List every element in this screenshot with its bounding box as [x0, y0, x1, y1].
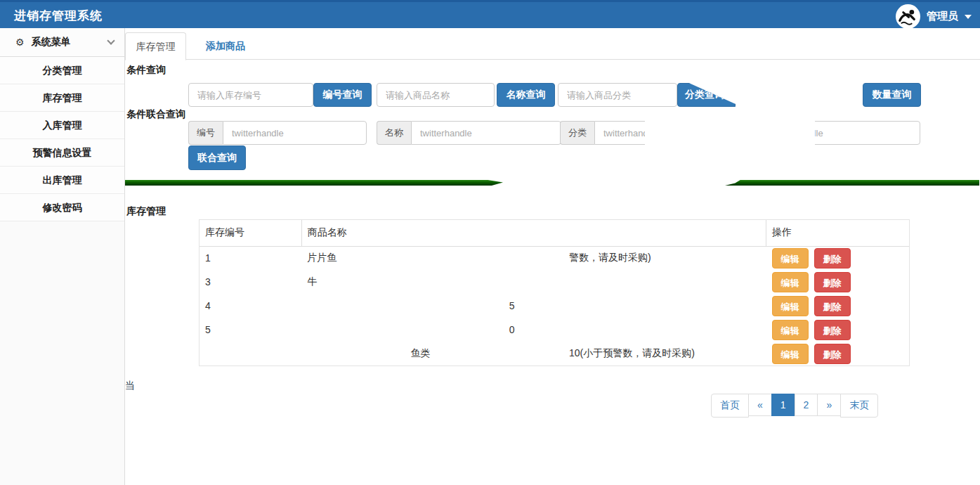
cell-quantity: [504, 270, 563, 294]
combined-query-label: 条件联合查询: [126, 108, 185, 121]
column-header-1: 商品名称: [301, 220, 405, 246]
green-bar-right: [725, 180, 979, 186]
page-item-«[interactable]: «: [748, 394, 772, 416]
cell-category: [405, 294, 504, 318]
edit-button[interactable]: 编辑: [772, 272, 809, 292]
green-bar-left: [125, 180, 503, 186]
combined-name-input[interactable]: [411, 121, 561, 145]
combined-group-name: 名称: [377, 121, 561, 145]
cell-warning: 10(小于预警数，请及时采购): [563, 342, 766, 366]
app-title: 进销存管理系统: [14, 8, 103, 24]
table-row: 1片片鱼警数，请及时采购)编辑删除: [200, 246, 909, 270]
combined-id-input[interactable]: [223, 121, 367, 145]
combined-query-button[interactable]: 联合查询: [188, 146, 246, 170]
column-header-0: 库存编号: [200, 220, 301, 246]
tab-inventory[interactable]: 库存管理: [125, 32, 186, 60]
table-row: 3牛编辑删除: [200, 270, 909, 294]
delete-button[interactable]: 删除: [814, 248, 851, 269]
sidebar-items: 分类管理库存管理入库管理预警信息设置出库管理修改密码: [0, 57, 124, 221]
cell-name: 片片鱼: [301, 246, 405, 270]
column-header-3: [504, 220, 563, 246]
sidebar-item-0[interactable]: 分类管理: [0, 57, 124, 84]
table-row: 50编辑删除: [200, 318, 909, 342]
caret-down-icon: [965, 15, 972, 19]
sidebar-item-3[interactable]: 预警信息设置: [0, 139, 124, 167]
main-content: 库存管理 添加商品 条件查询 编号查询 名称查询 分类查询 数量查询 条件联合查…: [125, 28, 980, 485]
whiteout-overlay: [645, 111, 815, 176]
cell-quantity: 0: [504, 318, 563, 342]
quantity-query-button[interactable]: 数量查询: [863, 83, 921, 107]
cell-name: [301, 318, 405, 342]
cell-category: [405, 246, 504, 270]
app-root: 进销存管理系统 管理员 ⚙ 系统菜单 分类管理库存管理入库管理预警信息设置出库管…: [0, 0, 980, 485]
condition-query-label: 条件查询: [126, 64, 166, 77]
cell-actions: 编辑删除: [766, 294, 909, 318]
cell-warning: [563, 294, 766, 318]
edit-button[interactable]: 编辑: [772, 320, 809, 340]
column-header-4: [563, 220, 766, 246]
cell-quantity: [504, 342, 563, 366]
swimmer-icon: [896, 4, 920, 29]
cell-actions: 编辑删除: [766, 318, 909, 342]
top-header: 进销存管理系统 管理员: [0, 0, 980, 28]
gear-icon: ⚙: [15, 37, 25, 48]
cell-id: [200, 342, 301, 366]
cell-category: [405, 270, 504, 294]
cell-id: 1: [200, 246, 301, 270]
edit-button[interactable]: 编辑: [772, 344, 809, 364]
user-menu[interactable]: 管理员: [896, 2, 972, 30]
sidebar-menu-header[interactable]: ⚙ 系统菜单: [0, 28, 124, 57]
inventory-table: 库存编号商品名称操作 1片片鱼警数，请及时采购)编辑删除3牛编辑删除45编辑删除…: [199, 219, 910, 366]
category-addon-label: 分类: [560, 121, 594, 145]
sidebar: ⚙ 系统菜单 分类管理库存管理入库管理预警信息设置出库管理修改密码: [0, 28, 125, 485]
cell-id: 4: [200, 294, 301, 318]
delete-button[interactable]: 删除: [814, 296, 851, 316]
page-info-text: 当: [125, 380, 135, 392]
page-item-首页[interactable]: 首页: [711, 394, 749, 418]
sidebar-item-2[interactable]: 入库管理: [0, 112, 124, 139]
sidebar-menu-title: 系统菜单: [32, 36, 71, 48]
cell-id: 3: [200, 270, 301, 294]
cell-category: [405, 318, 504, 342]
delete-button[interactable]: 删除: [814, 320, 851, 340]
category-query-button[interactable]: 分类查询: [677, 83, 736, 107]
tab-strip: 库存管理 添加商品: [125, 32, 980, 60]
pagination: 首页«12»末页: [711, 394, 878, 418]
page-item-»[interactable]: »: [817, 394, 841, 416]
cell-name: 牛: [301, 270, 405, 294]
sidebar-item-4[interactable]: 出库管理: [0, 167, 124, 194]
cell-name: [301, 294, 405, 318]
id-addon-label: 编号: [188, 121, 223, 145]
cell-actions: 编辑删除: [766, 342, 909, 366]
sidebar-item-1[interactable]: 库存管理: [0, 84, 124, 112]
avatar: [896, 4, 920, 29]
cell-quantity: [504, 246, 563, 270]
cell-name: [301, 342, 405, 366]
cell-warning: [563, 270, 766, 294]
stock-id-input[interactable]: [188, 83, 313, 107]
delete-button[interactable]: 删除: [814, 344, 851, 364]
id-query-button[interactable]: 编号查询: [313, 83, 372, 107]
product-name-input[interactable]: [377, 83, 495, 107]
sidebar-item-5[interactable]: 修改密码: [0, 194, 124, 221]
table-row: 45编辑删除: [200, 294, 909, 318]
name-addon-label: 名称: [377, 121, 411, 145]
cell-warning: [563, 318, 766, 342]
edit-button[interactable]: 编辑: [772, 248, 809, 269]
page-item-1[interactable]: 1: [771, 394, 795, 416]
delete-button[interactable]: 删除: [814, 272, 851, 292]
cell-actions: 编辑删除: [766, 246, 909, 270]
page-item-末页[interactable]: 末页: [840, 394, 878, 418]
chevron-down-icon: [107, 37, 115, 44]
edit-button[interactable]: 编辑: [772, 296, 809, 316]
tab-add-product[interactable]: 添加商品: [195, 32, 256, 60]
page-item-2[interactable]: 2: [795, 394, 818, 416]
cell-actions: 编辑删除: [766, 270, 909, 294]
cell-category: 鱼类: [405, 342, 504, 366]
product-category-input[interactable]: [558, 83, 677, 107]
name-query-button[interactable]: 名称查询: [497, 83, 555, 107]
column-header-2: [405, 220, 504, 246]
user-name: 管理员: [927, 10, 958, 23]
cell-id: 5: [200, 318, 301, 342]
cell-quantity: 5: [504, 294, 563, 318]
